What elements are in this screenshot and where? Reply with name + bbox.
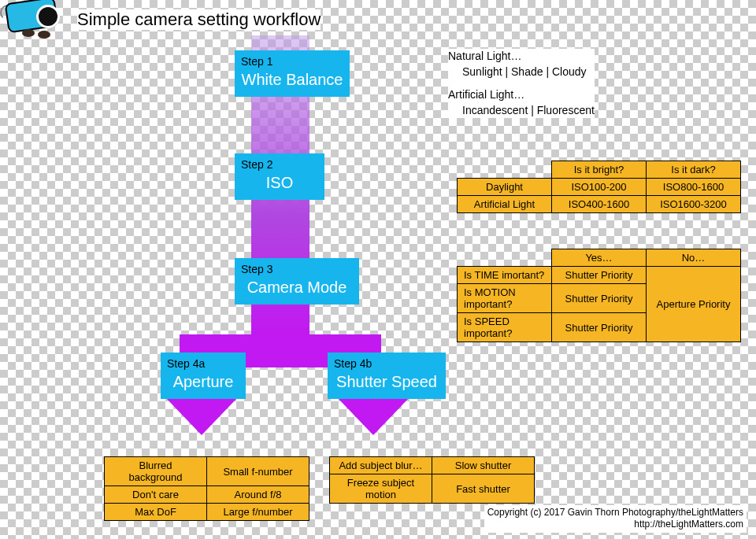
table-row: Don't care Around f/8: [105, 486, 309, 504]
mode-yes: Shutter Priority: [552, 313, 647, 342]
step-aperture: Step 4a Aperture: [161, 353, 246, 399]
mode-col-no: No…: [647, 249, 741, 267]
shutter-table: Add subject blur… Slow shutter Freeze su…: [329, 456, 535, 504]
aperture-choice: Large f/number: [207, 504, 309, 521]
iso-cell: ISO100-200: [552, 179, 647, 196]
blank-cell: [458, 249, 552, 267]
mode-col-yes: Yes…: [552, 249, 647, 267]
aperture-goal: Blurred background: [105, 457, 207, 486]
wb-natural-header: Natural Light…: [448, 49, 595, 65]
iso-table: Is it bright? Is it dark? Daylight ISO10…: [457, 161, 741, 213]
aperture-choice: Small f-number: [207, 457, 309, 486]
table-row: Daylight ISO100-200 ISO800-1600: [458, 179, 741, 196]
iso-col-dark: Is it dark?: [647, 161, 741, 179]
aperture-choice: Around f/8: [207, 486, 309, 504]
wb-natural-values: Sunlight | Shade | Cloudy: [448, 65, 595, 80]
arrow-head-right: [337, 397, 410, 435]
aperture-goal: Don't care: [105, 486, 207, 504]
iso-row-label: Artificial Light: [458, 196, 552, 213]
mode-yes: Shutter Priority: [552, 284, 647, 313]
step-label: Step 4a: [167, 357, 239, 370]
table-row: Max DoF Large f/number: [105, 504, 309, 521]
step-label: Step 4b: [334, 357, 439, 370]
aperture-goal: Max DoF: [105, 504, 207, 521]
iso-cell: ISO1600-3200: [647, 196, 741, 213]
table-row: Freeze subject motion Fast shutter: [330, 474, 535, 504]
step-label: Step 3: [241, 263, 353, 275]
shutter-goal: Freeze subject motion: [330, 474, 432, 504]
table-row: Artificial Light ISO400-1600 ISO1600-320…: [458, 196, 741, 213]
mode-yes: Shutter Priority: [552, 267, 647, 284]
iso-cell: ISO800-1600: [647, 179, 741, 196]
shutter-choice: Slow shutter: [432, 457, 535, 474]
step-label: Step 1: [241, 55, 343, 68]
step-iso: Step 2 ISO: [235, 153, 324, 200]
table-row: Is TIME imortant? Shutter Priority Apert…: [458, 267, 741, 284]
step-name: Aperture: [167, 373, 239, 391]
mode-question: Is TIME imortant?: [458, 267, 552, 284]
step-camera-mode: Step 3 Camera Mode: [235, 258, 359, 305]
step-name: Camera Mode: [241, 279, 353, 297]
footer-line2: http://theLightMatters.com: [487, 519, 743, 531]
mode-question: Is SPEED important?: [458, 313, 552, 342]
step-name: ISO: [241, 174, 318, 192]
step-shutter-speed: Step 4b Shutter Speed: [328, 353, 446, 399]
iso-col-bright: Is it bright?: [552, 161, 647, 179]
step-white-balance: Step 1 White Balance: [235, 50, 350, 97]
mode-no-merged: Aperture Priority: [647, 267, 741, 342]
arrow-head-left: [165, 397, 238, 435]
blank-cell: [458, 161, 552, 179]
step-name: Shutter Speed: [334, 373, 439, 391]
wb-artificial-values: Incandescent | Fluorescent: [448, 103, 595, 119]
shutter-goal: Add subject blur…: [330, 457, 432, 474]
iso-row-label: Daylight: [458, 179, 552, 196]
step-label: Step 2: [241, 158, 318, 171]
camera-logo-icon: [0, 0, 75, 43]
mode-table: Yes… No… Is TIME imortant? Shutter Prior…: [457, 249, 741, 342]
aperture-table: Blurred background Small f-number Don't …: [104, 456, 309, 521]
white-balance-notes: Natural Light… Sunlight | Shade | Cloudy…: [448, 49, 595, 118]
wb-artificial-header: Artificial Light…: [448, 87, 595, 103]
table-row: Blurred background Small f-number: [105, 457, 309, 486]
footer-copyright: Copyright (c) 2017 Gavin Thorn Photograp…: [484, 505, 747, 533]
iso-cell: ISO400-1600: [552, 196, 647, 213]
table-row: Add subject blur… Slow shutter: [330, 457, 535, 474]
step-name: White Balance: [241, 71, 343, 89]
page-title: Simple camera setting workflow: [77, 9, 321, 30]
footer-line1: Copyright (c) 2017 Gavin Thorn Photograp…: [487, 507, 743, 519]
shutter-choice: Fast shutter: [432, 474, 535, 504]
mode-question: Is MOTION important?: [458, 284, 552, 313]
